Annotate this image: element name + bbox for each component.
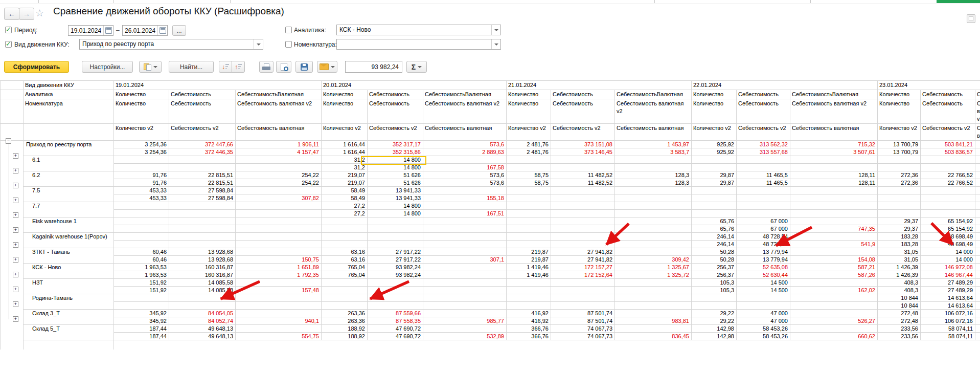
value-cell[interactable] [737,202,790,210]
value-cell[interactable]: 151,92 [114,287,169,294]
value-cell[interactable]: 1 419,46 [507,264,551,271]
nomenclature-combo[interactable] [336,39,501,50]
row-label[interactable]: Родина-Тамань [24,294,114,310]
value-cell[interactable] [551,156,615,164]
value-cell[interactable] [615,233,692,241]
value-cell[interactable]: 836,45 [615,333,692,340]
value-cell[interactable]: 29,22 [692,310,737,317]
value-cell[interactable] [368,287,423,294]
measure-header[interactable]: Себестоимость валютная v2 [975,99,980,124]
measure-header[interactable]: Количество v2 [507,124,551,141]
value-cell[interactable]: 272,36 [878,179,921,187]
corner-header[interactable] [24,124,114,141]
value-cell[interactable] [737,194,790,202]
value-cell[interactable] [236,241,322,248]
value-cell[interactable]: 31,05 [878,256,921,264]
value-cell[interactable] [975,325,980,333]
value-cell[interactable] [423,310,507,317]
value-cell[interactable]: 573,6 [423,141,507,148]
value-cell[interactable] [790,310,878,317]
period-checkbox[interactable] [5,27,12,33]
value-cell[interactable] [615,302,692,310]
value-cell[interactable]: 51 626 [368,171,423,179]
value-cell[interactable]: 263,36 [322,317,368,325]
value-cell[interactable]: 219,07 [322,171,368,179]
value-cell[interactable]: 187,44 [114,333,169,340]
value-cell[interactable]: 272,48 [878,317,921,325]
value-cell[interactable] [368,233,423,241]
value-cell[interactable]: 453,33 [114,194,169,202]
value-cell[interactable] [615,241,692,248]
value-cell[interactable]: 13 779,94 [737,256,790,264]
value-cell[interactable] [507,225,551,233]
value-cell[interactable]: 747,35 [790,225,878,233]
value-cell[interactable] [975,210,980,217]
value-cell[interactable]: 1 651,89 [236,264,322,271]
value-cell[interactable] [975,194,980,202]
value-cell[interactable] [169,225,236,233]
value-cell[interactable]: 49 648,13 [169,325,236,333]
value-cell[interactable]: 22 766,52 [921,171,975,179]
row-label[interactable]: Kagalnik warehouse 1(Popov) [24,233,114,248]
measure-header[interactable]: Количество [114,90,169,99]
value-cell[interactable]: 155,18 [423,194,507,202]
value-cell[interactable]: 87 558,35 [368,317,423,325]
expand-button[interactable]: + [13,183,18,188]
value-cell[interactable]: 47 690,72 [368,333,423,340]
send-mail-button[interactable] [317,61,337,73]
movement-checkbox[interactable] [5,41,12,48]
row-label[interactable]: Eisk warehouse 1 [24,217,114,233]
value-cell[interactable]: 22 815,51 [169,171,236,179]
value-cell[interactable] [975,317,980,325]
value-cell[interactable]: 233,56 [878,333,921,340]
value-cell[interactable]: 167,51 [423,210,507,217]
value-cell[interactable]: 29,37 [878,217,921,225]
expand-button[interactable]: + [13,242,18,248]
value-cell[interactable]: 27,2 [322,202,368,210]
sum-button[interactable]: Σ [406,61,427,73]
chevron-down-icon[interactable] [491,39,500,49]
value-cell[interactable] [975,279,980,287]
value-cell[interactable] [169,164,236,171]
value-cell[interactable]: 93 982,24 [368,264,423,271]
find-button[interactable]: Найти... [169,61,214,73]
value-cell[interactable]: 3 583,7 [615,148,692,156]
value-cell[interactable] [114,294,169,302]
value-cell[interactable] [878,202,921,210]
row-label[interactable]: Приход по реестру порта [24,141,114,156]
value-cell[interactable] [507,156,551,164]
value-cell[interactable]: 14 000 [921,248,975,256]
measure-header[interactable]: Себестоимость валютная v2 [615,99,692,124]
value-cell[interactable]: 22 815,51 [169,179,236,187]
value-cell[interactable]: 146 967,44 [921,271,975,279]
value-cell[interactable]: 307,1 [423,256,507,264]
value-cell[interactable]: 233,56 [878,325,921,333]
measure-header[interactable]: Себестоимость валютная [423,124,507,141]
value-cell[interactable] [975,164,980,171]
value-cell[interactable] [169,241,236,248]
value-cell[interactable] [615,248,692,256]
value-cell[interactable] [114,202,169,210]
value-cell[interactable] [692,210,737,217]
value-cell[interactable]: 67 000 [737,225,790,233]
value-cell[interactable] [615,210,692,217]
value-cell[interactable]: 416,92 [507,310,551,317]
nomenclature-checkbox[interactable] [285,41,292,48]
value-cell[interactable] [169,217,236,225]
expand-button[interactable]: + [13,272,18,277]
value-cell[interactable] [423,248,507,256]
expand-button[interactable]: + [13,153,18,159]
value-cell[interactable] [975,148,980,156]
value-cell[interactable] [368,294,423,302]
value-cell[interactable] [615,310,692,317]
value-cell[interactable]: 67 000 [737,217,790,225]
value-cell[interactable] [368,279,423,287]
measure-header[interactable]: Себестоимость [737,99,790,124]
value-cell[interactable]: 167,58 [423,164,507,171]
value-cell[interactable]: 765,04 [322,271,368,279]
value-cell[interactable]: 52 635,08 [737,264,790,271]
value-cell[interactable] [507,294,551,302]
movement-combo[interactable]: Приход по реестру порта [79,39,263,50]
value-cell[interactable] [790,194,878,202]
value-cell[interactable]: 11 465,5 [737,171,790,179]
